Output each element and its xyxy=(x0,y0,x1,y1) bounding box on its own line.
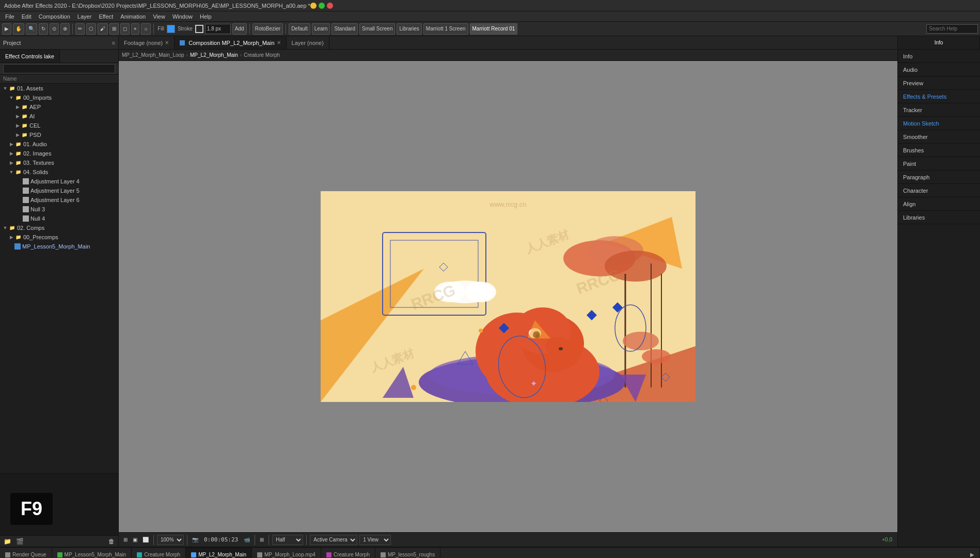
footage-close[interactable]: ✕ xyxy=(165,40,169,45)
new-folder-btn[interactable]: 📁 xyxy=(2,536,13,547)
search-input[interactable] xyxy=(926,24,978,34)
close-button[interactable] xyxy=(327,3,333,9)
tree-item-assets[interactable]: ▼ 📁 01. Assets xyxy=(0,84,118,93)
menu-help[interactable]: Help xyxy=(197,11,215,22)
toggle-ai[interactable]: ▶ xyxy=(14,113,21,119)
toolbar-eraser[interactable]: ◻ xyxy=(120,23,130,35)
tree-item-imports[interactable]: ▼ 📁 00_Imports xyxy=(0,93,118,102)
add-button[interactable]: Add xyxy=(232,23,247,35)
viewer-always-preview[interactable]: ⊞ xyxy=(122,535,129,545)
viewer-camera-icon[interactable]: 📹 xyxy=(242,535,251,545)
right-item-libraries[interactable]: Libraries xyxy=(898,211,980,224)
right-item-audio[interactable]: Audio xyxy=(898,63,980,76)
standard-btn[interactable]: Standard xyxy=(331,23,358,35)
right-item-character[interactable]: Character xyxy=(898,184,980,197)
tree-item-audio[interactable]: ▶ 📁 01. Audio xyxy=(0,140,118,149)
px-input[interactable] xyxy=(205,24,231,34)
menu-file[interactable]: File xyxy=(2,11,18,22)
tree-item-aep[interactable]: ▶ 📁 AEP xyxy=(0,102,118,112)
right-item-preview[interactable]: Preview xyxy=(898,76,980,90)
tl-tab-creature2[interactable]: Creature Morph xyxy=(321,548,375,558)
right-item-info[interactable]: Info xyxy=(898,50,980,63)
menu-effect[interactable]: Effect xyxy=(96,11,116,22)
menu-composition[interactable]: Composition xyxy=(36,11,73,22)
toggle-audio[interactable]: ▶ xyxy=(8,141,14,147)
toggle-solids[interactable]: ▼ xyxy=(8,169,14,175)
tab-composition[interactable]: Composition MP_L2_Morph_Main ✕ xyxy=(175,36,286,49)
learn-btn[interactable]: Learn xyxy=(312,23,330,35)
minimize-button[interactable] xyxy=(310,3,317,9)
tl-tab-mp-main[interactable]: MP_Lesson5_Morph_Main xyxy=(52,548,132,558)
tree-item-adj4[interactable]: ▶ Adjustment Layer 4 xyxy=(0,177,118,186)
menu-view[interactable]: View xyxy=(150,11,168,22)
toolbar-brush[interactable]: 🖌 xyxy=(98,23,108,35)
right-item-motion-sketch[interactable]: Motion Sketch xyxy=(898,117,980,130)
breadcrumb-main[interactable]: MP_L2_Morph_Main xyxy=(190,52,238,58)
toolbar-roto[interactable]: ⌖ xyxy=(131,23,139,35)
marriott01-btn[interactable]: Marriott Record 01 xyxy=(470,23,518,35)
tree-item-adj6[interactable]: ▶ Adjustment Layer 6 xyxy=(0,195,118,205)
delete-btn[interactable]: 🗑 xyxy=(107,536,116,547)
tree-item-adj5[interactable]: ▶ Adjustment Layer 5 xyxy=(0,186,118,195)
toolbar-puppet[interactable]: ☼ xyxy=(141,23,151,35)
toolbar-hand[interactable]: ✋ xyxy=(13,23,24,35)
menu-animation[interactable]: Animation xyxy=(117,11,149,22)
breadcrumb-loop[interactable]: MP_L2_Morph_Main_Loop xyxy=(122,52,184,58)
menu-window[interactable]: Window xyxy=(169,11,196,22)
viewer-transparency[interactable]: ⬜ xyxy=(141,535,150,545)
right-item-effects[interactable]: Effects & Presets xyxy=(898,90,980,103)
toggle-aep[interactable]: ▶ xyxy=(14,104,21,110)
tl-tab-loop[interactable]: MP_Morph_Loop.mp4 xyxy=(252,548,321,558)
new-comp-btn[interactable]: 🎬 xyxy=(14,536,25,547)
toolbar-rotate[interactable]: ↻ xyxy=(39,23,48,35)
tl-tab-roughs[interactable]: MP_lesson5_roughs xyxy=(375,548,440,558)
tree-item-ai[interactable]: ▶ 📁 AI xyxy=(0,112,118,121)
toggle-assets[interactable]: ▼ xyxy=(2,85,8,91)
right-item-align[interactable]: Align xyxy=(898,197,980,211)
tl-tab-more[interactable]: ▶ xyxy=(965,548,980,558)
tree-item-comps[interactable]: ▼ 📁 02. Comps xyxy=(0,223,118,233)
toggle-psd[interactable]: ▶ xyxy=(14,132,21,138)
zoom-select[interactable]: 100% 50% 200% xyxy=(157,535,184,545)
toggle-precomps[interactable]: ▶ xyxy=(8,234,14,240)
small-screen-btn[interactable]: Small Screen xyxy=(359,23,395,35)
menu-edit[interactable]: Edit xyxy=(19,11,35,22)
tree-item-null3[interactable]: ▶ Null 3 xyxy=(0,205,118,214)
project-search-input[interactable] xyxy=(3,64,115,73)
tree-item-cel[interactable]: ▶ 📁 CEL xyxy=(0,121,118,130)
maximize-button[interactable] xyxy=(319,3,325,9)
tl-tab-l2-main[interactable]: MP_L2_Morph_Main xyxy=(186,548,252,558)
tab-effect-controls[interactable]: Effect Controls lake xyxy=(0,50,60,63)
right-item-brushes[interactable]: Brushes xyxy=(898,144,980,157)
toggle-imports[interactable]: ▼ xyxy=(8,95,14,101)
right-item-paragraph[interactable]: Paragraph xyxy=(898,171,980,184)
tree-item-images[interactable]: ▶ 📁 02. Images xyxy=(0,149,118,158)
toolbar-clone[interactable]: ⊞ xyxy=(109,23,119,35)
menu-layer[interactable]: Layer xyxy=(74,11,95,22)
camera-select[interactable]: Active Camera xyxy=(310,535,357,545)
comp-close[interactable]: ✕ xyxy=(277,40,281,45)
stroke-swatch[interactable] xyxy=(195,25,203,33)
tab-info[interactable]: Info xyxy=(898,36,980,49)
toolbar-mask[interactable]: ⬡ xyxy=(86,23,96,35)
toggle-comps[interactable]: ▼ xyxy=(2,225,8,231)
right-item-smoother[interactable]: Smoother xyxy=(898,130,980,144)
tl-tab-render-queue[interactable]: Render Queue xyxy=(0,548,52,558)
quality-select[interactable]: Half Full Quarter xyxy=(272,535,303,545)
tab-footage[interactable]: Footage (none) ✕ xyxy=(119,36,175,49)
right-item-tracker[interactable]: Tracker xyxy=(898,103,980,117)
viewer-grid[interactable]: ⊞ xyxy=(258,535,265,545)
tree-item-mp-main[interactable]: ▶ MP_Lesson5_Morph_Main xyxy=(0,242,118,251)
toolbar-selection[interactable]: ▶ xyxy=(2,23,11,35)
fill-swatch[interactable] xyxy=(167,25,175,33)
tab-layer[interactable]: Layer (none) xyxy=(287,36,329,49)
project-menu-icon[interactable]: ≡ xyxy=(112,40,115,46)
toggle-textures[interactable]: ▶ xyxy=(8,160,14,166)
toggle-images[interactable]: ▶ xyxy=(8,150,14,157)
toolbar-pen[interactable]: ✏ xyxy=(75,23,85,35)
toolbar-zoom[interactable]: 🔍 xyxy=(26,23,37,35)
view-count-select[interactable]: 1 View 2 Views xyxy=(359,535,391,545)
toolbar-cam-orbit[interactable]: ⊙ xyxy=(50,23,59,35)
tree-item-null4[interactable]: ▶ Null 4 xyxy=(0,214,118,223)
rotobezier-button[interactable]: RotoBezier xyxy=(252,23,283,35)
